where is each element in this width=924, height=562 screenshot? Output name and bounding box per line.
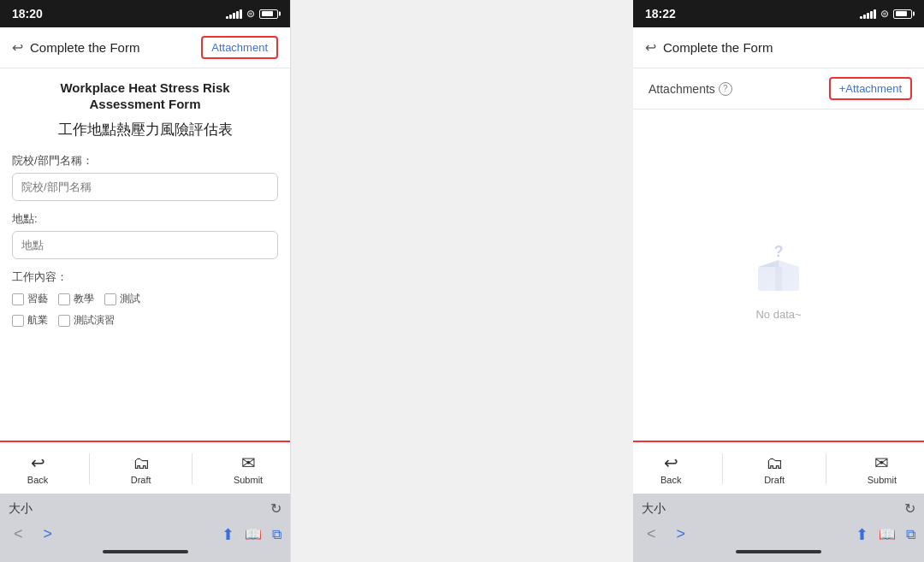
keyboard-share-icon-right[interactable]: ⬆: [856, 525, 868, 544]
checkbox-box-5[interactable]: [58, 315, 70, 327]
checkbox-item-4[interactable]: 航業: [12, 313, 48, 328]
left-phone: 18:20 ⊜ ↩ Complete the Form Attachment W…: [0, 0, 291, 562]
wifi-icon-right: ⊜: [880, 8, 889, 20]
back-arrow-icon-left: ↩: [12, 39, 23, 56]
nav-title-left: Complete the Form: [30, 40, 139, 55]
form-title-en1: Workplace Heat Stress Risk: [12, 80, 278, 95]
toolbar-divider-2: [192, 453, 192, 484]
signal-icon-right: [860, 9, 876, 19]
svg-text:?: ?: [774, 243, 784, 260]
home-indicator-left: [103, 550, 188, 553]
back-toolbar-icon-left: ↩: [31, 453, 45, 473]
keyboard-nav-next-right[interactable]: >: [672, 524, 691, 545]
checkbox-item-2[interactable]: 教學: [58, 292, 94, 306]
attachments-text: Attachments: [649, 82, 715, 96]
checkbox-box-3[interactable]: [104, 293, 116, 305]
checkbox-label-5: 測試演習: [74, 313, 115, 328]
submit-toolbar-label-left: Submit: [234, 475, 263, 485]
keyboard-refresh-icon-left[interactable]: ↻: [270, 500, 281, 517]
right-phone: 18:22 ⊜ ↩ Complete the Form Attachments …: [633, 0, 924, 562]
submit-toolbar-label-right: Submit: [868, 475, 897, 485]
no-data-area: ? No data~: [633, 109, 924, 441]
keyboard-top-row-right: 大小 ↻: [642, 500, 915, 517]
keyboard-book-icon-right[interactable]: 📖: [879, 526, 896, 542]
back-button-right[interactable]: ↩ Complete the Form: [645, 39, 773, 56]
no-data-text: No data~: [755, 308, 801, 321]
toolbar-right: ↩ Back 🗂 Draft ✉ Submit: [633, 441, 924, 494]
draft-toolbar-label-right: Draft: [764, 475, 785, 485]
keyboard-size-text-right: 大小: [642, 501, 666, 517]
form-content-left: Workplace Heat Stress Risk Assessment Fo…: [0, 68, 290, 441]
keyboard-nav-row-right: < > ⬆ 📖 ⧉: [642, 524, 915, 545]
battery-icon-left: [259, 9, 278, 19]
form-title-en2: Assessment Form: [12, 97, 278, 111]
draft-toolbar-btn-right[interactable]: 🗂 Draft: [750, 450, 798, 488]
svg-marker-2: [779, 260, 799, 267]
keyboard-copy-icon-right[interactable]: ⧉: [906, 527, 915, 542]
battery-fill-right: [896, 11, 908, 16]
draft-toolbar-btn-left[interactable]: 🗂 Draft: [117, 450, 165, 488]
back-toolbar-btn-left[interactable]: ↩ Back: [14, 449, 62, 488]
back-arrow-icon-right: ↩: [645, 39, 656, 56]
attachments-label: Attachments ?: [649, 82, 732, 96]
home-indicator-right: [736, 550, 821, 553]
keyboard-size-text-left: 大小: [9, 501, 33, 517]
field2-input[interactable]: [12, 231, 278, 259]
checkbox-label-2: 教學: [74, 292, 94, 306]
add-attachment-button[interactable]: +Attachment: [829, 77, 912, 100]
submit-toolbar-btn-right[interactable]: ✉ Submit: [854, 449, 910, 488]
wifi-icon-left: ⊜: [246, 8, 255, 20]
checkbox-label-1: 習藝: [27, 292, 48, 306]
attachment-tab-button-left[interactable]: Attachment: [201, 36, 278, 59]
help-icon: ?: [719, 82, 732, 96]
status-bar-left: 18:20 ⊜: [0, 0, 290, 27]
keyboard-right: 大小 ↻ < > ⬆ 📖 ⧉: [633, 494, 924, 562]
checkbox-item-3[interactable]: 測試: [104, 292, 140, 306]
checkbox-item-5[interactable]: 測試演習: [58, 313, 115, 328]
keyboard-share-icon-left[interactable]: ⬆: [222, 525, 234, 544]
checkbox-group-2: 航業 測試演習: [12, 313, 278, 328]
back-toolbar-btn-right[interactable]: ↩ Back: [647, 449, 695, 488]
form-title-cn: 工作地點熱壓力風險評估表: [12, 120, 278, 139]
back-button-left[interactable]: ↩ Complete the Form: [12, 39, 139, 56]
keyboard-copy-icon-left[interactable]: ⧉: [272, 527, 281, 542]
field1-input[interactable]: [12, 173, 278, 201]
keyboard-refresh-icon-right[interactable]: ↻: [904, 500, 915, 517]
nav-header-left: ↩ Complete the Form Attachment: [0, 27, 290, 68]
gap-between-phones: [291, 0, 582, 562]
checkbox-label-4: 航業: [27, 313, 48, 328]
draft-toolbar-icon-right: 🗂: [766, 453, 783, 473]
toolbar-divider-1: [89, 453, 90, 484]
keyboard-nav-row-left: < > ⬆ 📖 ⧉: [9, 524, 281, 545]
keyboard-nav-prev-right[interactable]: <: [642, 524, 661, 545]
submit-toolbar-icon-left: ✉: [241, 453, 256, 473]
field3-label: 工作內容：: [12, 269, 278, 285]
status-bar-right: 18:22 ⊜: [633, 0, 924, 27]
no-data-illustration: ?: [744, 229, 813, 298]
status-time-right: 18:22: [645, 7, 676, 21]
submit-toolbar-btn-left[interactable]: ✉ Submit: [220, 449, 276, 488]
keyboard-nav-prev-left[interactable]: <: [9, 524, 28, 545]
submit-toolbar-icon-right: ✉: [874, 453, 889, 473]
back-toolbar-label-right: Back: [660, 475, 681, 485]
signal-icon-left: [226, 9, 242, 19]
keyboard-book-icon-left[interactable]: 📖: [245, 526, 262, 542]
checkbox-box-2[interactable]: [58, 293, 70, 305]
draft-toolbar-label-left: Draft: [131, 475, 151, 485]
svg-rect-3: [775, 267, 782, 291]
nav-title-right: Complete the Form: [663, 40, 773, 55]
toolbar-divider-r2: [826, 453, 826, 484]
keyboard-left: 大小 ↻ < > ⬆ 📖 ⧉: [0, 494, 290, 562]
keyboard-nav-next-left[interactable]: >: [38, 524, 58, 545]
battery-fill-left: [262, 11, 274, 16]
nav-header-right: ↩ Complete the Form: [633, 27, 924, 68]
checkbox-item-1[interactable]: 習藝: [12, 292, 48, 306]
checkbox-box-1[interactable]: [12, 293, 24, 305]
svg-marker-1: [758, 260, 779, 267]
toolbar-divider-r1: [722, 453, 723, 484]
field1-label: 院校/部門名稱：: [12, 153, 278, 169]
status-time-left: 18:20: [12, 7, 43, 21]
keyboard-top-row-left: 大小 ↻: [9, 500, 281, 517]
draft-toolbar-icon-left: 🗂: [133, 453, 150, 473]
checkbox-box-4[interactable]: [12, 315, 24, 327]
